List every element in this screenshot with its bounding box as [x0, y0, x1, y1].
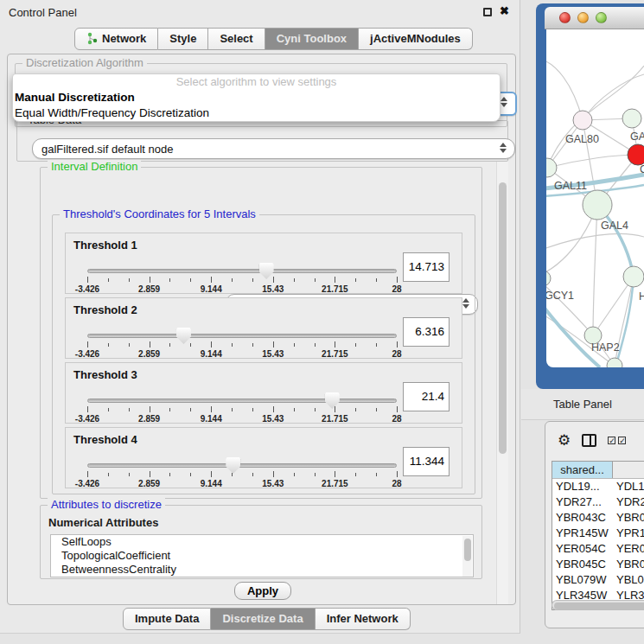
threshold-4-slider[interactable]: -3.4262.8599.14415.4321.71528 [87, 456, 397, 488]
tick-label: 21.715 [322, 284, 348, 294]
algorithm-option-equal-width[interactable]: Equal Width/Frequency Discretization [13, 105, 500, 121]
slider-track[interactable] [87, 463, 397, 468]
cell-name[interactable]: YPR1 [613, 526, 644, 541]
table-row[interactable]: YDL19...YDL1 [552, 479, 644, 494]
network-node[interactable] [546, 271, 551, 286]
attributes-list-scrollbar[interactable] [462, 536, 472, 577]
threshold-1-value-field[interactable]: 14.713 [403, 252, 450, 282]
threshold-2-value-field[interactable]: 6.316 [403, 317, 450, 347]
split-columns-icon[interactable] [582, 434, 596, 447]
scrollbar-thumb[interactable] [464, 539, 471, 561]
tick-mark [150, 277, 150, 283]
network-node[interactable] [546, 158, 557, 177]
network-canvas[interactable]: GAL80GACGAL11GAL4GCY1HHAP2 [546, 29, 644, 367]
threshold-1-slider[interactable]: -3.4262.8599.14415.4321.71528 [87, 262, 397, 293]
tab-jactivemnodules[interactable]: jActiveMNodules [359, 28, 473, 50]
tab-cyni-toolbox[interactable]: Cyni Toolbox [265, 28, 359, 50]
threshold-3-value-field[interactable]: 21.4 [403, 382, 450, 411]
scrollbar-thumb[interactable] [499, 182, 507, 454]
tick-mark [87, 406, 88, 412]
tick-label: 9.144 [201, 284, 222, 294]
threshold-4-value-field[interactable]: 11.344 [403, 447, 450, 476]
mac-zoom-icon[interactable] [596, 12, 607, 23]
network-edge[interactable] [593, 205, 597, 335]
network-edge[interactable] [546, 60, 583, 120]
column-header-shared-name[interactable]: shared... [552, 462, 613, 478]
tick-mark [397, 341, 398, 348]
threshold-4-label: Threshold 4 [73, 433, 137, 446]
tab-select[interactable]: Select [208, 28, 265, 50]
tick-mark [376, 408, 377, 411]
cell-name[interactable]: YBR0 [613, 557, 644, 572]
node-label: HAP2 [591, 341, 620, 354]
tab-style[interactable]: Style [158, 28, 208, 50]
tab-impute-data[interactable]: Impute Data [123, 608, 211, 630]
settings-vertical-scrollbar[interactable] [496, 162, 508, 604]
cell-shared-name[interactable]: YDR27... [552, 494, 613, 510]
table-row[interactable]: YER054CYER0 [552, 541, 644, 557]
control-panel-titlebar: Control Panel ✖ [0, 0, 520, 24]
table-row[interactable]: YDR27...YDR2 [552, 494, 644, 510]
network-edge[interactable] [547, 155, 638, 168]
control-panel-window: Control Panel ✖ Network Style Select Cyn… [0, 0, 520, 634]
network-node[interactable] [623, 266, 644, 287]
attribute-list-item[interactable]: TopologicalCoefficient [51, 549, 473, 563]
table-row[interactable]: YBR043CYBR0 [552, 510, 644, 526]
threshold-3-slider[interactable]: -3.4262.8599.14415.4321.71528 [87, 392, 397, 423]
slider-track[interactable] [87, 334, 397, 338]
tick-mark [211, 341, 212, 348]
float-panel-icon[interactable] [483, 8, 492, 16]
scrollbar-thumb[interactable] [554, 603, 644, 609]
cell-name[interactable]: YBR0 [613, 510, 644, 526]
algorithm-option-manual[interactable]: Manual Discretization [13, 90, 500, 105]
network-node[interactable] [607, 358, 622, 367]
threshold-2-slider[interactable]: -3.4262.8599.14415.4321.71528 [87, 327, 397, 358]
table-row[interactable]: YBL079WYBL0 [552, 572, 644, 588]
attribute-list-item[interactable]: BetweennessCentrality [51, 563, 473, 577]
network-window-titlebar[interactable] [545, 7, 644, 29]
network-node[interactable] [622, 109, 641, 128]
tick-mark [315, 473, 316, 476]
network-node[interactable] [628, 144, 644, 165]
tick-mark [355, 278, 356, 282]
mac-minimize-icon[interactable] [577, 12, 589, 23]
cell-shared-name[interactable]: YPR145W [552, 526, 613, 541]
tick-mark [232, 278, 233, 282]
apply-button[interactable]: Apply [234, 582, 291, 600]
tick-mark [108, 343, 109, 347]
cell-name[interactable]: YER0 [613, 541, 644, 557]
network-node[interactable] [583, 190, 612, 220]
tick-mark [190, 473, 191, 476]
cell-shared-name[interactable]: YDL19... [552, 479, 613, 494]
tab-network[interactable]: Network [74, 28, 158, 50]
column-header-name[interactable]: na [613, 462, 644, 478]
attribute-list-item[interactable]: SelfLoops [51, 535, 473, 549]
select-columns-icon[interactable]: ✓ ✓ [608, 437, 626, 444]
numerical-attributes-list[interactable]: SelfLoopsTopologicalCoefficientBetweenne… [50, 534, 474, 577]
tab-infer-network[interactable]: Infer Network [316, 608, 411, 630]
table-data-combobox[interactable]: galFiltered.sif default node [32, 138, 515, 159]
cell-name[interactable]: YDL1 [613, 479, 644, 494]
cell-shared-name[interactable]: YER054C [552, 541, 613, 557]
table-row[interactable]: YPR145WYPR1 [552, 526, 644, 541]
network-node[interactable] [573, 111, 592, 130]
cell-name[interactable]: YBL0 [613, 572, 644, 588]
slider-track[interactable] [87, 399, 397, 403]
combo-stepper-icon [500, 143, 507, 153]
cell-shared-name[interactable]: YBR043C [552, 510, 613, 526]
tick-label: 28 [392, 414, 401, 424]
table-row[interactable]: YBR045CYBR0 [552, 557, 644, 572]
table-horizontal-scrollbar[interactable] [552, 600, 644, 610]
gear-icon[interactable]: ⚙ [558, 433, 571, 448]
cell-shared-name[interactable]: YBL079W [552, 572, 613, 588]
table-data-group: Table Data galFiltered.sif default node [16, 120, 508, 162]
cell-shared-name[interactable]: YBR045C [552, 557, 613, 572]
tab-discretize-data[interactable]: Discretize Data [211, 608, 315, 630]
tick-label: 15.43 [262, 414, 284, 424]
tick-mark [376, 343, 377, 347]
tick-mark [335, 341, 335, 348]
close-icon[interactable]: ✖ [500, 4, 509, 17]
slider-track[interactable] [87, 269, 397, 273]
mac-close-icon[interactable] [559, 12, 571, 23]
cell-name[interactable]: YDR2 [613, 494, 644, 510]
